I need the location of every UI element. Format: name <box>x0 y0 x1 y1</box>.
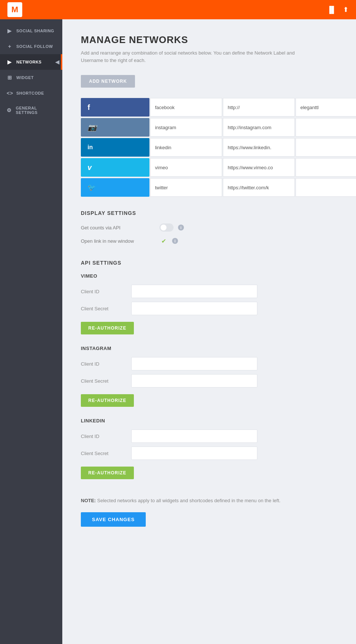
open-link-checkmark: ✔ <box>159 237 168 245</box>
vimeo-api-section: VIMEO Client ID Client Secret RE-AUTHORI… <box>81 273 337 338</box>
twitter-username-input[interactable] <box>296 178 356 197</box>
twitter-url-input[interactable] <box>223 178 295 197</box>
instagram-client-id-label: Client ID <box>81 361 125 367</box>
linkedin-reauthorize-button[interactable]: RE-AUTHORIZE <box>81 467 134 479</box>
networks-list: f 📷 in <box>81 98 337 197</box>
linkedin-client-id-input[interactable] <box>131 429 257 443</box>
get-counts-label: Get counts via API <box>81 225 155 231</box>
open-link-row: Open link in new window ✔ i <box>81 237 337 245</box>
twitter-icon: 🐦 <box>88 183 96 192</box>
sidebar-item-social-follow[interactable]: + Social Follow <box>0 39 62 54</box>
note-prefix: NOTE: <box>81 498 96 503</box>
sidebar-item-label: General Settings <box>16 106 56 115</box>
twitter-label-input[interactable] <box>150 178 222 197</box>
social-follow-icon: + <box>7 43 13 49</box>
sidebar-item-label: Widget <box>16 75 34 80</box>
api-settings-section: API SETTINGS VIMEO Client ID Client Secr… <box>81 260 337 483</box>
facebook-label-input[interactable] <box>150 98 222 117</box>
facebook-icon-cell: f <box>81 98 149 117</box>
display-settings-title: DISPLAY SETTINGS <box>81 210 337 216</box>
instagram-icon: 📷 <box>88 123 97 132</box>
widget-icon: ⊞ <box>7 75 13 81</box>
network-row-vimeo: v <box>81 158 337 177</box>
bar-chart-icon[interactable]: ▐▌ <box>327 6 336 14</box>
linkedin-api-title: LINKEDIN <box>81 418 337 424</box>
linkedin-url-input[interactable] <box>223 138 295 157</box>
twitter-icon-cell: 🐦 <box>81 178 149 197</box>
sidebar-item-label: Networks <box>16 60 42 64</box>
layout: ▶ Social Sharing + Social Follow ▶ Netwo… <box>0 19 356 644</box>
social-sharing-icon: ▶ <box>7 28 13 34</box>
vimeo-client-secret-row: Client Secret <box>81 302 337 315</box>
sidebar-item-label: Social Sharing <box>16 29 54 33</box>
instagram-label-input[interactable] <box>150 118 222 137</box>
instagram-client-id-row: Client ID <box>81 357 337 370</box>
facebook-username-input[interactable] <box>296 98 356 117</box>
sidebar-item-general-settings[interactable]: ⚙ General Settings <box>0 101 62 120</box>
linkedin-client-secret-label: Client Secret <box>81 451 125 456</box>
sidebar: ▶ Social Sharing + Social Follow ▶ Netwo… <box>0 19 62 644</box>
instagram-api-section: INSTAGRAM Client ID Client Secret RE-AUT… <box>81 346 337 411</box>
page-description: Add and rearrange any combination of soc… <box>81 49 303 64</box>
network-row-linkedin: in <box>81 138 337 157</box>
vimeo-client-secret-input[interactable] <box>131 302 257 315</box>
linkedin-icon-cell: in <box>81 138 149 157</box>
get-counts-info-icon[interactable]: i <box>178 225 184 231</box>
linkedin-client-secret-row: Client Secret <box>81 447 337 460</box>
instagram-client-secret-input[interactable] <box>131 374 257 388</box>
instagram-icon-cell: 📷 <box>81 118 149 137</box>
linkedin-label-input[interactable] <box>150 138 222 157</box>
vimeo-icon-cell: v <box>81 158 149 177</box>
upload-icon[interactable]: ⬆ <box>343 6 349 14</box>
api-settings-title: API SETTINGS <box>81 260 337 266</box>
network-row-twitter: 🐦 <box>81 178 337 197</box>
instagram-username-input[interactable] <box>296 118 356 137</box>
sidebar-item-shortcode[interactable]: <> Shortcode <box>0 85 62 101</box>
linkedin-api-section: LINKEDIN Client ID Client Secret RE-AUTH… <box>81 418 337 483</box>
vimeo-client-id-label: Client ID <box>81 289 125 294</box>
vimeo-client-id-input[interactable] <box>131 285 257 298</box>
facebook-url-input[interactable] <box>223 98 295 117</box>
save-changes-button[interactable]: SAVE CHANGES <box>81 512 146 527</box>
open-link-info-icon[interactable]: i <box>172 238 178 244</box>
vimeo-client-secret-label: Client Secret <box>81 306 125 311</box>
vimeo-url-input[interactable] <box>223 158 295 177</box>
topbar: M ▐▌ ⬆ <box>0 0 356 19</box>
linkedin-client-secret-input[interactable] <box>131 447 257 460</box>
network-row-facebook: f <box>81 98 337 117</box>
shortcode-icon: <> <box>7 90 13 96</box>
logo: M <box>7 2 22 17</box>
vimeo-username-input[interactable] <box>296 158 356 177</box>
display-settings-section: DISPLAY SETTINGS Get counts via API i Op… <box>81 210 337 245</box>
facebook-icon: f <box>88 103 90 112</box>
instagram-client-secret-row: Client Secret <box>81 374 337 388</box>
topbar-icons: ▐▌ ⬆ <box>327 6 349 14</box>
vimeo-icon: v <box>88 163 92 172</box>
sidebar-item-networks[interactable]: ▶ Networks ◀ <box>0 54 62 70</box>
linkedin-icon: in <box>88 144 93 151</box>
linkedin-client-id-row: Client ID <box>81 429 337 443</box>
sidebar-item-social-sharing[interactable]: ▶ Social Sharing <box>0 23 62 39</box>
active-arrow-icon: ◀ <box>55 59 60 65</box>
open-link-label: Open link in new window <box>81 238 155 244</box>
get-counts-row: Get counts via API i <box>81 223 337 232</box>
main-content: MANAGE NETWORKS Add and rearrange any co… <box>62 19 356 644</box>
note-section: NOTE: Selected networks apply to all wid… <box>81 498 337 503</box>
networks-icon: ▶ <box>7 59 13 65</box>
linkedin-username-input[interactable] <box>296 138 356 157</box>
vimeo-reauthorize-button[interactable]: RE-AUTHORIZE <box>81 322 134 334</box>
get-counts-toggle[interactable] <box>159 223 174 232</box>
vimeo-client-id-row: Client ID <box>81 285 337 298</box>
vimeo-label-input[interactable] <box>150 158 222 177</box>
network-row-instagram: 📷 <box>81 118 337 137</box>
add-network-button[interactable]: ADD NETWORK <box>81 75 135 88</box>
page-title: MANAGE NETWORKS <box>81 34 337 46</box>
linkedin-client-id-label: Client ID <box>81 434 125 439</box>
instagram-client-id-input[interactable] <box>131 357 257 370</box>
instagram-url-input[interactable] <box>223 118 295 137</box>
note-text: Selected networks apply to all widgets a… <box>97 498 280 503</box>
sidebar-item-label: Shortcode <box>16 91 44 95</box>
instagram-api-title: INSTAGRAM <box>81 346 337 351</box>
instagram-reauthorize-button[interactable]: RE-AUTHORIZE <box>81 394 134 407</box>
sidebar-item-widget[interactable]: ⊞ Widget <box>0 70 62 85</box>
